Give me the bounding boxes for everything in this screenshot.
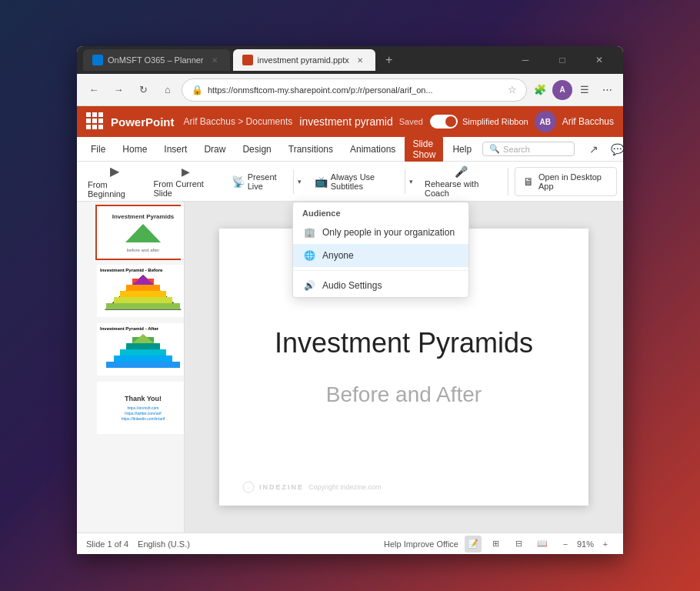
rehearse-label: Rehearse with Coach [425, 179, 497, 198]
browser-window: OnMSFT O365 – Planner ✕ investment pyram… [77, 46, 623, 554]
tab-planner-label: OnMSFT O365 – Planner [108, 55, 204, 65]
from-current-button[interactable]: ▶ From Current Slide [149, 162, 222, 201]
slide-panel-item-3: 3 Investment Pyramid - After [80, 322, 181, 377]
user-avatar[interactable]: AB [535, 111, 556, 132]
from-current-label: From Current Slide [154, 179, 218, 198]
slide-panel: 1 Investment Pyramids [77, 202, 185, 533]
menu-design[interactable]: Design [235, 141, 278, 158]
desktop-icon: 🖥 [523, 175, 534, 188]
tab-planner[interactable]: OnMSFT O365 – Planner ✕ [83, 49, 230, 71]
svg-rect-13 [114, 356, 172, 362]
svg-rect-7 [114, 297, 172, 303]
menu-slideshow[interactable]: Slide Show [405, 135, 443, 163]
menu-draw[interactable]: Draw [196, 141, 233, 158]
slide-thumb-inner-1: Investment Pyramids before and after [97, 206, 185, 259]
tab-pptx-close[interactable]: ✕ [354, 54, 366, 66]
slide-thumb-inner-2: Investment Pyramid - Before [97, 265, 185, 317]
zoom-out-button[interactable]: − [557, 536, 574, 553]
slide-thumbnail-4[interactable]: Thank You! https://onmsft.comhttps://twi… [95, 380, 181, 436]
notes-button[interactable]: 📝 [465, 536, 482, 553]
forward-button[interactable]: → [108, 79, 129, 101]
close-button[interactable]: ✕ [582, 49, 617, 71]
pp-breadcrumb[interactable]: Arif Bacchus > Documents [184, 116, 293, 127]
pp-logo: PowerPoint [111, 115, 175, 129]
svg-text:i: i [248, 486, 248, 490]
present-live-split: 📡 Present Live ▾ [225, 168, 305, 195]
menu-home[interactable]: Home [115, 141, 155, 158]
browser-toolbar: ← → ↻ ⌂ 🔒 https://onmsftcom-my.sharepoin… [77, 74, 623, 106]
help-improve[interactable]: Help Improve Office [384, 539, 458, 549]
normal-view-button[interactable]: ⊞ [488, 536, 505, 553]
profile-avatar[interactable]: A [552, 80, 572, 100]
share-button[interactable]: ↗ [584, 139, 604, 159]
reading-view-button[interactable]: 📖 [534, 536, 551, 553]
dropdown-item-org[interactable]: 🏢 Only people in your organization [293, 221, 468, 244]
rehearse-button[interactable]: 🎤 Rehearse with Coach [420, 162, 502, 201]
menu-animations[interactable]: Animations [342, 141, 403, 158]
status-right: Help Improve Office 📝 ⊞ ⊟ 📖 − 91% + [384, 536, 614, 553]
tab-pptx[interactable]: investment pyramid.pptx ✕ [233, 49, 375, 71]
subtitles-split: 📺 Always Use Subtitles ▾ [308, 168, 417, 195]
slide-count: Slide 1 of 4 [86, 539, 128, 549]
zoom-in-button[interactable]: + [597, 536, 614, 553]
svg-rect-12 [106, 362, 180, 368]
maximize-button[interactable]: □ [545, 49, 580, 71]
menu-help[interactable]: Help [445, 141, 479, 158]
slide-thumbnail-1[interactable]: Investment Pyramids before and after [95, 205, 181, 260]
zoom-control: − 91% + [557, 536, 614, 553]
address-text: https://onmsftcom-my.sharepoint.com/p:/r… [208, 85, 503, 95]
ribbon-separator [508, 168, 508, 195]
menu-insert[interactable]: Insert [156, 141, 195, 158]
present-live-dropdown-menu: Audience 🏢 Only people in your organizat… [292, 202, 469, 298]
slide4-links: https://onmsft.comhttps://twitter.com/ar… [122, 406, 165, 422]
slide-thumbnail-3[interactable]: Investment Pyramid - After [95, 322, 181, 377]
extensions-button[interactable]: 🧩 [530, 80, 550, 100]
present-live-label: Present Live [248, 172, 287, 191]
indezine-brand: INDEZINE [259, 483, 304, 491]
slide1-title: Investment Pyramids [112, 213, 174, 220]
present-live-button[interactable]: 📡 Present Live [225, 168, 293, 195]
new-tab-button[interactable]: + [378, 49, 400, 71]
dropdown-item-anyone[interactable]: 🌐 Anyone [293, 244, 468, 267]
present-live-icon: 📡 [232, 175, 245, 188]
user-initials: AB [539, 118, 550, 126]
subtitles-button[interactable]: 📺 Always Use Subtitles [308, 168, 405, 195]
profile-button[interactable]: A [552, 80, 572, 100]
dropdown-divider [293, 270, 468, 271]
play-current-icon: ▶ [182, 165, 190, 178]
subtitles-dropdown[interactable]: ▾ [405, 169, 417, 194]
comments-button[interactable]: 💬 [607, 139, 623, 159]
slide-thumb-inner-3: Investment Pyramid - After [97, 323, 185, 376]
dropdown-section-title: Audience [293, 202, 468, 221]
slide-sorter-button[interactable]: ⊟ [511, 536, 528, 553]
window-controls: ─ □ ✕ [508, 49, 617, 71]
dropdown-item-audio[interactable]: 🔊 Audio Settings [293, 274, 468, 297]
back-button[interactable]: ← [83, 79, 105, 101]
waffle-icon[interactable] [86, 112, 105, 131]
menu-file[interactable]: File [83, 141, 113, 158]
star-icon[interactable]: ☆ [508, 84, 517, 95]
from-beginning-button[interactable]: ▶ From Beginning [83, 161, 146, 202]
refresh-button[interactable]: ↻ [132, 79, 154, 101]
pp-search-box[interactable]: 🔍 Search [482, 142, 575, 156]
collections-button[interactable]: ☰ [575, 80, 595, 100]
pp-title-center: investment pyramid Saved [298, 115, 424, 128]
slide-panel-item-2: 2 Investment Pyramid - Before [80, 263, 181, 319]
ribbon-toggle-switch[interactable] [430, 115, 458, 129]
settings-button[interactable]: ⋯ [597, 80, 617, 100]
main-slide-subtitle: Before and After [326, 382, 482, 407]
present-live-dropdown[interactable]: ▾ [293, 169, 305, 194]
slide2-pyramid-svg [105, 274, 182, 311]
home-button[interactable]: ⌂ [157, 79, 178, 101]
slide-thumb-inner-4: Thank You! https://onmsft.comhttps://twi… [97, 382, 185, 434]
slide-thumbnail-2[interactable]: Investment Pyramid - Before [95, 263, 181, 319]
slide3-pyramid-svg [105, 332, 182, 369]
tab-planner-close[interactable]: ✕ [208, 54, 221, 66]
open-desktop-button[interactable]: 🖥 Open in Desktop App [515, 167, 617, 196]
subtitles-icon: 📺 [315, 175, 328, 188]
address-bar[interactable]: 🔒 https://onmsftcom-my.sharepoint.com/p:… [182, 78, 527, 102]
minimize-button[interactable]: ─ [508, 49, 543, 71]
menu-transitions[interactable]: Transitions [281, 141, 341, 158]
toggle-knob [445, 116, 456, 127]
indezine-logo-icon: i [242, 481, 255, 493]
